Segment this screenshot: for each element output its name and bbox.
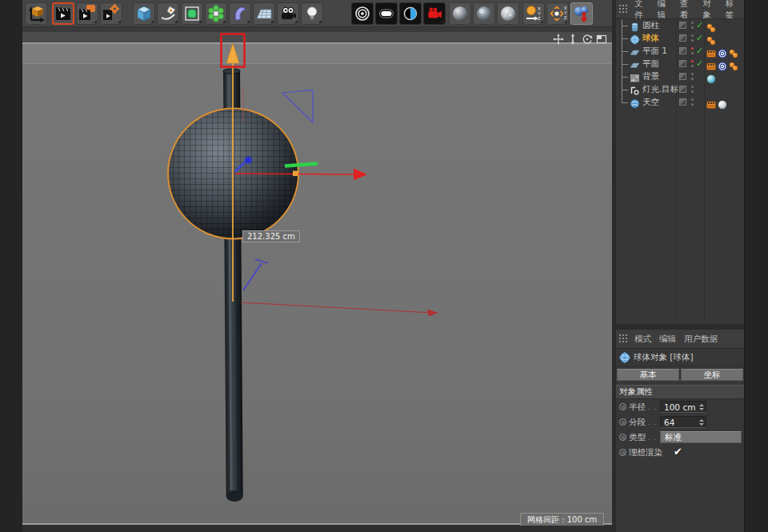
attribute-manager-menu-item-0[interactable]: 模式 (634, 334, 651, 345)
attribute-manager-menu-item-2[interactable]: 用户数据 (684, 334, 718, 345)
viewport-zoom-control[interactable] (566, 33, 578, 45)
enabled-check-icon[interactable]: ✓ (696, 46, 703, 56)
object-row-3[interactable]: 平面✓ (616, 58, 744, 70)
layer-swatch[interactable] (679, 34, 686, 42)
keyframe-circle-icon[interactable] (619, 403, 626, 410)
object-manager-menu-item-4[interactable]: 标签 (726, 0, 740, 21)
visibility-dots[interactable] (691, 86, 694, 93)
gizmo-x-handle (293, 171, 298, 177)
object-manager-drag-handle-icon[interactable] (619, 5, 628, 14)
layer-swatch[interactable] (679, 22, 686, 29)
object-manager-menu-item-2[interactable]: 查看 (680, 0, 694, 21)
attribute-manager-drag-handle-icon[interactable] (619, 334, 628, 343)
object-label[interactable]: 平面 (642, 58, 659, 70)
target-tool-button[interactable] (351, 2, 374, 25)
clapper-icon (54, 4, 73, 23)
object-manager: 圆柱✓球体✓平面 1✓平面✓背景灯光.目标.1天空 (616, 19, 744, 325)
object-label[interactable]: 天空 (642, 97, 659, 108)
layer-swatch[interactable] (679, 60, 686, 67)
area-light-button[interactable] (375, 2, 398, 25)
material-preview-3[interactable] (497, 2, 519, 25)
material-preview-2[interactable] (473, 2, 495, 25)
viewport[interactable]: 212.325 cm 网格间距 : 100 cm (22, 27, 612, 532)
add-generator-button[interactable] (181, 2, 203, 25)
viewport-controls (552, 33, 607, 45)
move-tool-button[interactable] (570, 2, 593, 25)
object-label[interactable]: 圆柱 (642, 20, 659, 31)
light-object-icon (630, 84, 640, 94)
radius-input[interactable]: 100 cm (660, 401, 706, 413)
ideal-render-checkbox[interactable]: ✔ (674, 446, 682, 458)
tree-connector (622, 32, 628, 45)
visibility-dots[interactable] (691, 22, 694, 29)
stepper-arrows-icon[interactable] (699, 419, 704, 426)
axis-mode-button[interactable] (25, 2, 47, 25)
object-row-0[interactable]: 圆柱✓ (616, 19, 744, 32)
phong-tag-icon[interactable] (706, 34, 716, 43)
object-label[interactable]: 背景 (642, 71, 659, 82)
viewport-rotate-control[interactable] (581, 33, 593, 45)
phong-tag-icon[interactable] (729, 46, 738, 56)
visibility-dots[interactable] (691, 98, 694, 106)
compositing-tag-icon[interactable] (706, 59, 716, 69)
enabled-check-icon[interactable]: ✓ (696, 20, 703, 30)
render-picture-viewer-button[interactable] (76, 2, 98, 25)
render-camera-button[interactable] (423, 2, 446, 25)
object-row-2[interactable]: 平面 1✓ (616, 45, 744, 58)
render-settings-button[interactable] (100, 2, 122, 25)
manager-splitter[interactable] (616, 324, 744, 330)
layer-swatch[interactable] (679, 98, 686, 106)
origin-axes (241, 259, 438, 317)
material-preview-1[interactable] (449, 2, 471, 25)
attribute-manager-menu-item-1[interactable]: 编辑 (659, 334, 676, 345)
add-light-button[interactable] (301, 2, 323, 25)
compositing-tag-icon[interactable] (706, 98, 716, 107)
bend-icon (230, 4, 250, 23)
tab-coordinates[interactable]: 坐标 (681, 369, 743, 381)
viewport-maximize-control[interactable] (595, 33, 607, 45)
type-dropdown[interactable]: 标准 (660, 431, 742, 443)
object-label[interactable]: 平面 1 (642, 46, 667, 57)
snap-settings-button[interactable]: XYZ (546, 2, 569, 25)
object-row-5[interactable]: 灯光.目标.1 (616, 83, 744, 96)
object-label[interactable]: 球体 (642, 33, 659, 44)
segments-input[interactable]: 64 (660, 416, 706, 428)
keyframe-circle-icon[interactable] (619, 434, 626, 441)
visibility-dots[interactable] (691, 60, 694, 67)
visibility-dots[interactable] (691, 34, 694, 42)
object-row-6[interactable]: 天空 (616, 96, 744, 109)
coordinate-system-button[interactable]: XYZ (522, 2, 545, 25)
add-spline-button[interactable] (157, 2, 179, 25)
object-manager-menu-item-1[interactable]: 编辑 (657, 0, 671, 21)
enabled-check-icon[interactable]: ✓ (696, 33, 703, 43)
add-primitive-button[interactable] (133, 2, 155, 25)
object-row-1[interactable]: 球体✓ (616, 32, 744, 45)
target-tag-icon[interactable] (718, 46, 727, 56)
keyframe-circle-icon[interactable] (619, 418, 626, 426)
layer-swatch[interactable] (679, 47, 686, 54)
compositing-tag-icon[interactable] (706, 46, 716, 56)
object-manager-menu-item-3[interactable]: 对象 (702, 0, 717, 21)
visibility-dots[interactable] (691, 73, 694, 80)
mat-cyan-tag-icon[interactable] (706, 72, 716, 82)
enabled-check-icon[interactable]: ✓ (696, 58, 703, 69)
stepper-arrows-icon[interactable] (699, 404, 704, 410)
mat-white-tag-icon[interactable] (718, 98, 727, 107)
phong-tag-icon[interactable] (729, 59, 738, 69)
layer-swatch[interactable] (679, 86, 686, 93)
phong-tag-icon[interactable] (706, 21, 716, 30)
object-manager-menu-item-0[interactable]: 文件 (634, 0, 649, 21)
add-modeling-button[interactable] (205, 2, 227, 25)
render-view-button[interactable] (52, 2, 74, 25)
add-deformer-button[interactable] (229, 2, 251, 25)
object-row-4[interactable]: 背景 (616, 70, 744, 83)
add-environment-button[interactable] (253, 2, 275, 25)
add-camera-button[interactable] (277, 2, 299, 25)
contrast-button[interactable] (399, 2, 422, 25)
target-tag-icon[interactable] (718, 59, 727, 69)
tab-basic[interactable]: 基本 (617, 369, 679, 381)
keyframe-circle-icon[interactable] (619, 449, 626, 456)
layer-swatch[interactable] (679, 73, 686, 80)
viewport-pan-control[interactable] (552, 33, 564, 45)
visibility-dots[interactable] (691, 47, 694, 54)
